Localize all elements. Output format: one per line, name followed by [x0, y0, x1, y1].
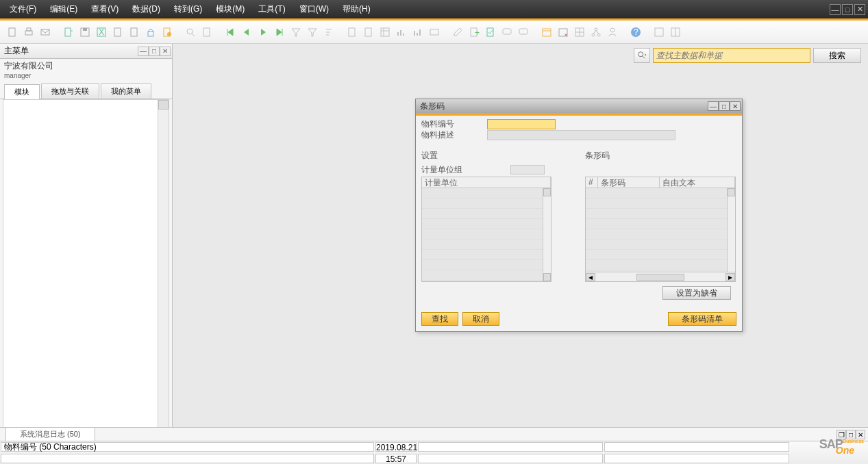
barcode-header: 条形码 — [585, 150, 736, 162]
excel-icon[interactable]: X — [95, 25, 108, 39]
dialog-close-icon[interactable]: ✕ — [730, 101, 741, 111]
user-icon[interactable] — [606, 25, 619, 39]
panel-maximize-icon[interactable]: □ — [149, 47, 160, 56]
refresh-icon[interactable] — [160, 25, 174, 39]
sidebar-tabs: 模块 拖放与关联 我的菜单 — [0, 83, 172, 99]
calendar-icon[interactable] — [540, 25, 554, 39]
doc2-icon[interactable] — [362, 25, 375, 39]
svg-rect-34 — [655, 28, 663, 36]
chart1-icon[interactable] — [395, 25, 408, 39]
lock-icon[interactable] — [144, 25, 158, 39]
uom-grid[interactable]: 计量单位 — [421, 177, 551, 282]
layout1-icon[interactable] — [652, 25, 666, 39]
barcode-grid-hscroll[interactable]: ◂ ▸ — [586, 272, 735, 281]
tab-modules[interactable]: 模块 — [4, 84, 40, 99]
svg-rect-25 — [543, 29, 551, 36]
scroll-up-icon[interactable] — [158, 100, 169, 109]
svg-point-29 — [592, 34, 595, 36]
col-freetext: 自由文本 — [660, 177, 735, 188]
dialog-maximize-icon[interactable]: □ — [719, 101, 730, 111]
search-button[interactable]: 搜索 — [813, 48, 861, 63]
mail-icon[interactable] — [38, 25, 52, 39]
chat2-icon[interactable] — [517, 25, 530, 39]
menu-goto[interactable]: 转到(G) — [167, 3, 209, 15]
chat1-icon[interactable] — [500, 25, 514, 39]
app-minimize-icon[interactable]: — — [830, 4, 841, 15]
help-icon[interactable]: ? — [629, 25, 643, 39]
status-bar: 物料编号 (50 Characters) 2019.08.21 15:57 SA… — [0, 441, 868, 464]
status-blank4 — [418, 454, 603, 463]
svg-text:+: + — [475, 28, 480, 38]
add-icon[interactable] — [200, 25, 214, 39]
new-icon[interactable] — [5, 25, 19, 39]
status-field-info: 物料编号 (50 Characters) — [1, 442, 374, 452]
hscroll-right-icon[interactable]: ▸ — [726, 273, 735, 281]
menu-data[interactable]: 数据(D) — [125, 3, 167, 15]
filter-icon[interactable] — [306, 25, 319, 39]
search-input[interactable] — [653, 48, 810, 63]
edit-icon[interactable] — [451, 25, 464, 39]
cancel-button[interactable]: 取消 — [462, 312, 499, 326]
word-icon[interactable] — [111, 25, 125, 39]
print-icon[interactable] — [22, 25, 36, 39]
sort-icon[interactable] — [322, 25, 336, 39]
svg-text:?: ? — [634, 27, 638, 37]
status-time: 15:57 — [375, 454, 417, 463]
svg-rect-9 — [114, 28, 121, 36]
next-icon[interactable] — [256, 25, 270, 39]
hscroll-left-icon[interactable]: ◂ — [586, 273, 595, 281]
doc1-icon[interactable] — [345, 25, 359, 39]
first-icon[interactable] — [223, 25, 237, 39]
app-maximize-icon[interactable]: □ — [842, 4, 853, 15]
layout2-icon[interactable] — [669, 25, 682, 39]
menu-help[interactable]: 帮助(H) — [336, 3, 377, 15]
search-dropdown-icon[interactable] — [634, 48, 650, 63]
doc3-icon[interactable] — [378, 25, 392, 39]
barcode-grid-vscroll[interactable] — [727, 188, 735, 281]
menu-modules[interactable]: 模块(M) — [209, 3, 251, 15]
company-name: 宁波有限公司 — [4, 60, 168, 72]
pdf-icon[interactable] — [127, 25, 141, 39]
cal-x-icon[interactable] — [556, 25, 570, 39]
barcode-grid[interactable]: # 条形码 自由文本 ◂ ▸ — [585, 177, 736, 282]
svg-point-28 — [595, 28, 597, 31]
menu-tools[interactable]: 工具(T) — [251, 3, 292, 15]
col-num: # — [586, 177, 598, 188]
set-default-button[interactable]: 设置为缺省 — [662, 286, 731, 300]
approve-icon[interactable] — [484, 25, 497, 39]
svg-point-14 — [187, 29, 193, 34]
dialog-titlebar[interactable]: 条形码 — □ ✕ — [416, 99, 742, 113]
tab-dragdrop[interactable]: 拖放与关联 — [41, 83, 99, 99]
status-blank1 — [418, 442, 603, 452]
system-log-tab[interactable]: 系统消息日志 (50) — [5, 427, 95, 441]
filter-off-icon[interactable] — [289, 25, 303, 39]
panel-minimize-icon[interactable]: — — [138, 47, 149, 56]
uom-grid-scrollbar[interactable] — [543, 188, 551, 281]
menu-view[interactable]: 查看(V) — [84, 3, 125, 15]
save-icon[interactable] — [78, 25, 92, 39]
last-icon[interactable] — [273, 25, 286, 39]
tree-icon[interactable] — [589, 25, 603, 39]
menu-file[interactable]: 文件(F) — [3, 3, 43, 15]
prev-icon[interactable] — [240, 25, 253, 39]
content-area: 搜索 条形码 — □ ✕ 物料编号 物料描述 — [173, 44, 868, 441]
menu-window[interactable]: 窗口(W) — [293, 3, 336, 15]
dialog-minimize-icon[interactable]: — — [708, 101, 719, 111]
chart2-icon[interactable] — [411, 25, 425, 39]
settings-header: 设置 — [421, 150, 573, 162]
tab-mymenu[interactable]: 我的菜单 — [101, 83, 151, 99]
barcode-list-button[interactable]: 条形码清单 — [668, 312, 736, 326]
export-icon[interactable] — [62, 25, 75, 39]
find-icon[interactable] — [184, 25, 197, 39]
item-code-field[interactable] — [487, 119, 556, 129]
svg-point-36 — [638, 52, 643, 57]
chart3-icon[interactable] — [427, 25, 441, 39]
find-button[interactable]: 查找 — [421, 312, 458, 326]
menu-edit[interactable]: 编辑(E) — [43, 3, 84, 15]
tree-scrollbar[interactable] — [158, 100, 169, 440]
grid-icon[interactable] — [573, 25, 586, 39]
main-menu-panel: 主菜单 — □ ✕ 宁波有限公司 manager 模块 拖放与关联 我的菜单 — [0, 44, 173, 441]
new-doc-icon[interactable]: + — [467, 25, 481, 39]
panel-close-icon[interactable]: ✕ — [160, 47, 171, 56]
app-close-icon[interactable]: ✕ — [854, 4, 865, 15]
